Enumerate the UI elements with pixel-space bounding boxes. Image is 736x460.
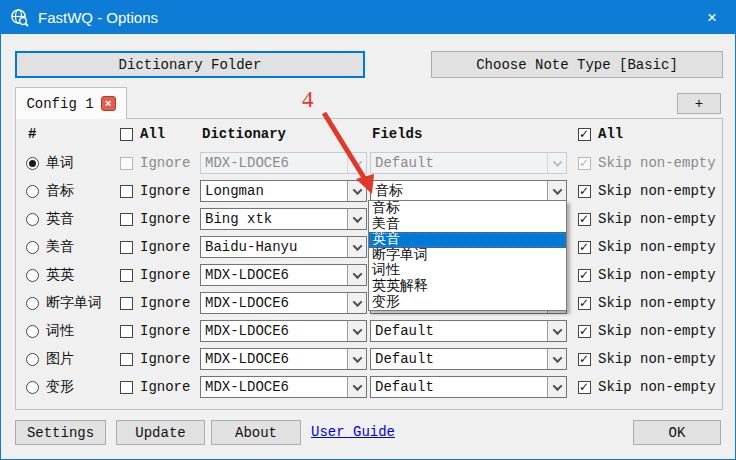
dictionary-select[interactable]: Longman xyxy=(200,180,367,202)
ignore-checkbox[interactable] xyxy=(120,185,133,198)
close-icon[interactable]: × xyxy=(689,1,735,34)
ignore-checkbox[interactable] xyxy=(120,213,133,226)
chevron-down-icon xyxy=(347,153,366,173)
column-header-fields: Fields xyxy=(372,125,422,143)
dropdown-option[interactable]: 英英解释 xyxy=(369,279,566,295)
row-label: 美音 xyxy=(46,238,74,256)
chevron-down-icon xyxy=(347,209,366,229)
chevron-down-icon xyxy=(347,265,366,285)
table-row: 音标 Ignore Longman 音标 Skip non-empty xyxy=(16,180,722,202)
dropdown-option-selected[interactable]: 英音 xyxy=(369,232,566,248)
fields-dropdown-list: 音标 美音 英音 断字单词 词性 英英解释 变形 xyxy=(368,200,567,311)
ignore-checkbox[interactable] xyxy=(120,241,133,254)
skip-checkbox[interactable] xyxy=(578,381,591,394)
chevron-down-icon xyxy=(347,377,366,397)
chevron-down-icon xyxy=(547,321,566,341)
dictionary-select[interactable]: MDX-LDOCE6 xyxy=(200,320,367,342)
tab-close-icon[interactable]: × xyxy=(101,96,116,111)
add-config-button[interactable]: + xyxy=(677,93,721,114)
chevron-down-icon xyxy=(347,293,366,313)
titlebar: FastWQ - Options × xyxy=(1,1,735,34)
about-button[interactable]: About xyxy=(211,420,301,445)
app-icon xyxy=(10,8,29,27)
row-label: 词性 xyxy=(46,322,74,340)
chevron-down-icon xyxy=(547,377,566,397)
skip-checkbox[interactable] xyxy=(578,269,591,282)
radio-button[interactable] xyxy=(26,241,39,254)
column-header-skip-all: All xyxy=(578,125,623,143)
table-row: 单词 Ignore MDX-LDOCE6 Default Skip non-em… xyxy=(16,152,722,174)
chevron-down-icon xyxy=(547,349,566,369)
skip-checkbox[interactable] xyxy=(578,297,591,310)
window-title: FastWQ - Options xyxy=(38,9,689,26)
radio-button[interactable] xyxy=(26,381,39,394)
tab-config-1[interactable]: Config 1 × xyxy=(15,87,127,119)
fields-select[interactable]: Default xyxy=(370,152,567,174)
fields-select[interactable]: Default xyxy=(370,320,567,342)
skip-checkbox[interactable] xyxy=(578,213,591,226)
annotation-label: 4 xyxy=(302,87,314,113)
row-label: 变形 xyxy=(46,378,74,396)
ignore-checkbox[interactable] xyxy=(120,157,133,170)
dropdown-option[interactable]: 美音 xyxy=(369,217,566,233)
choose-note-type-button[interactable]: Choose Note Type [Basic] xyxy=(431,51,723,78)
radio-button[interactable] xyxy=(26,353,39,366)
settings-button[interactable]: Settings xyxy=(15,420,106,445)
dictionary-select[interactable]: MDX-LDOCE6 xyxy=(200,376,367,398)
chevron-down-icon xyxy=(547,181,566,201)
skip-checkbox[interactable] xyxy=(578,185,591,198)
skip-checkbox[interactable] xyxy=(578,353,591,366)
dictionary-select[interactable]: Baidu-Hanyu xyxy=(200,236,367,258)
dictionary-select[interactable]: MDX-LDOCE6 xyxy=(200,152,367,174)
ignore-checkbox[interactable] xyxy=(120,297,133,310)
column-header-dictionary: Dictionary xyxy=(202,125,286,143)
row-label: 断字单词 xyxy=(46,294,102,312)
row-label: 音标 xyxy=(46,182,74,200)
radio-button[interactable] xyxy=(26,325,39,338)
dictionary-select[interactable]: Bing xtk xyxy=(200,208,367,230)
radio-button[interactable] xyxy=(26,213,39,226)
skip-checkbox[interactable] xyxy=(578,241,591,254)
row-label: 单词 xyxy=(46,154,74,172)
all-skip-checkbox[interactable] xyxy=(578,128,591,141)
table-row: 变形 Ignore MDX-LDOCE6 Default Skip non-em… xyxy=(16,376,722,398)
ok-button[interactable]: OK xyxy=(633,420,721,445)
column-header-hash: # xyxy=(28,125,36,143)
options-dialog: FastWQ - Options × Dictionary Folder Cho… xyxy=(0,0,736,460)
chevron-down-icon xyxy=(347,237,366,257)
ignore-checkbox[interactable] xyxy=(120,269,133,282)
ignore-checkbox[interactable] xyxy=(120,353,133,366)
fields-select[interactable]: Default xyxy=(370,348,567,370)
chevron-down-icon xyxy=(347,349,366,369)
ignore-checkbox[interactable] xyxy=(120,381,133,394)
row-label: 英英 xyxy=(46,266,74,284)
dropdown-option[interactable]: 音标 xyxy=(369,201,566,217)
fields-select[interactable]: Default xyxy=(370,376,567,398)
dictionary-folder-button[interactable]: Dictionary Folder xyxy=(15,51,365,78)
dropdown-option[interactable]: 断字单词 xyxy=(369,248,566,264)
chevron-down-icon xyxy=(347,321,366,341)
tab-label: Config 1 xyxy=(26,96,93,112)
skip-checkbox[interactable] xyxy=(578,157,591,170)
ignore-checkbox[interactable] xyxy=(120,325,133,338)
chevron-down-icon xyxy=(347,181,366,201)
radio-button[interactable] xyxy=(26,297,39,310)
all-ignore-checkbox[interactable] xyxy=(120,128,133,141)
skip-checkbox[interactable] xyxy=(578,325,591,338)
table-row: 图片 Ignore MDX-LDOCE6 Default Skip non-em… xyxy=(16,348,722,370)
dictionary-select[interactable]: MDX-LDOCE6 xyxy=(200,348,367,370)
row-label: 英音 xyxy=(46,210,74,228)
dictionary-select[interactable]: MDX-LDOCE6 xyxy=(200,264,367,286)
table-row: 词性 Ignore MDX-LDOCE6 Default Skip non-em… xyxy=(16,320,722,342)
dictionary-select[interactable]: MDX-LDOCE6 xyxy=(200,292,367,314)
row-label: 图片 xyxy=(46,350,74,368)
radio-button[interactable] xyxy=(26,185,39,198)
radio-button[interactable] xyxy=(26,269,39,282)
dropdown-option[interactable]: 变形 xyxy=(369,295,566,311)
fields-select-open[interactable]: 音标 xyxy=(370,180,567,202)
user-guide-link[interactable]: User Guide xyxy=(311,424,395,440)
radio-button[interactable] xyxy=(26,157,39,170)
dropdown-option[interactable]: 词性 xyxy=(369,263,566,279)
chevron-down-icon xyxy=(547,153,566,173)
update-button[interactable]: Update xyxy=(116,420,205,445)
